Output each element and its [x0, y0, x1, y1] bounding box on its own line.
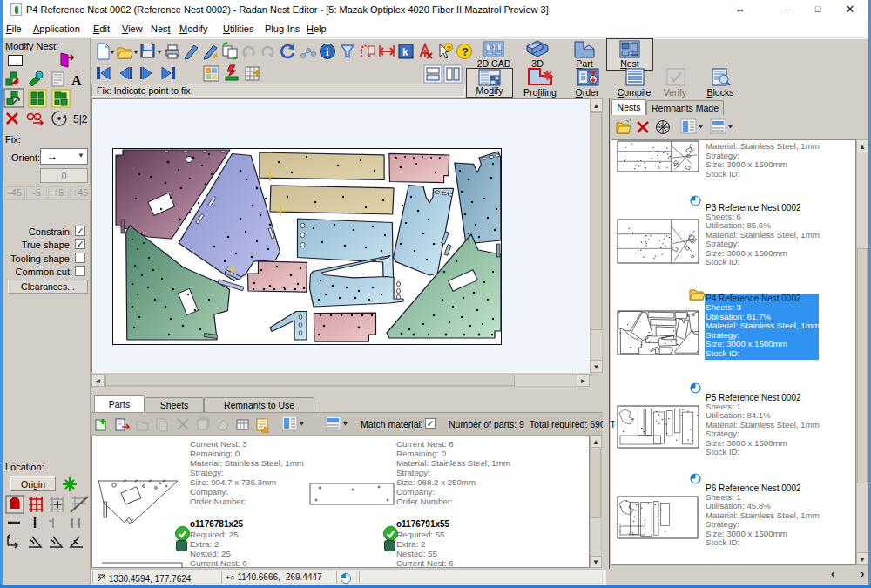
svg-text:k: k — [402, 46, 408, 58]
svg-text:?: ? — [462, 45, 469, 58]
svg-text:i: i — [326, 45, 329, 58]
svg-text:A: A — [71, 73, 82, 88]
svg-text:?: ? — [447, 44, 451, 52]
svg-text:5|2: 5|2 — [73, 113, 88, 125]
